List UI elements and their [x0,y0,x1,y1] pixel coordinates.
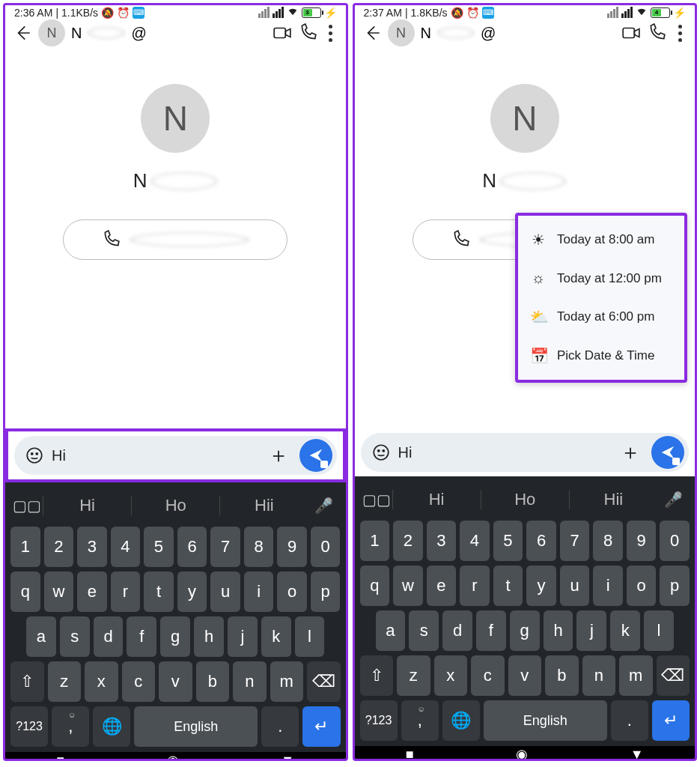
keyboard-app-switch[interactable]: ▢▢ [361,491,392,509]
key-8[interactable]: 8 [593,521,623,561]
key-v[interactable]: v [508,655,542,696]
key-u[interactable]: u [210,572,240,612]
schedule-item-noon[interactable]: ☼ Today at 12:00 pm [518,259,684,297]
key-4[interactable]: 4 [460,521,490,561]
key-f[interactable]: f [476,610,506,651]
key-4[interactable]: 4 [111,527,141,567]
key-k[interactable]: k [261,616,291,657]
key-j[interactable]: j [576,610,606,651]
key-l[interactable]: l [644,610,674,651]
key-3[interactable]: 3 [427,521,457,561]
key-7[interactable]: 7 [560,521,590,561]
contact-avatar-small[interactable]: N [388,19,415,46]
overflow-menu-button[interactable] [672,25,687,42]
key-b[interactable]: b [196,661,230,702]
key-globe[interactable]: 🌐 [93,706,130,747]
nav-recents[interactable]: ■ [56,753,64,762]
key-u[interactable]: u [560,566,590,606]
key-n[interactable]: n [233,661,267,702]
key-shift[interactable]: ⇧ [360,655,394,696]
mic-button[interactable]: 🎤 [657,491,689,509]
suggestion-1[interactable]: Hi [392,490,481,509]
key-period[interactable]: . [611,700,648,741]
key-period[interactable]: . [261,706,299,747]
contact-avatar-small[interactable]: N [38,19,65,46]
nav-back[interactable]: ▼ [630,747,644,762]
emoji-button[interactable] [25,446,44,465]
video-call-button[interactable] [273,23,292,43]
key-0[interactable]: 0 [311,527,341,567]
voice-call-button[interactable] [647,23,666,43]
key-r[interactable]: r [460,566,490,606]
key-k[interactable]: k [610,610,640,651]
key-s[interactable]: s [60,616,90,657]
key-q[interactable]: q [360,566,390,606]
attach-button[interactable]: ＋ [617,438,644,467]
suggestion-3[interactable]: Hii [219,496,308,515]
key-comma[interactable]: ☺, [401,700,439,741]
key-3[interactable]: 3 [77,527,107,567]
key-p[interactable]: p [311,572,341,612]
key-0[interactable]: 0 [660,521,690,561]
key-backspace[interactable]: ⌫ [307,661,341,702]
key-6[interactable]: 6 [526,521,556,561]
key-l[interactable]: l [295,616,325,657]
back-button[interactable] [362,23,382,43]
nav-back[interactable]: ▼ [281,753,294,762]
key-o[interactable]: o [627,566,657,606]
key-c[interactable]: c [122,661,156,702]
key-g[interactable]: g [160,616,190,657]
key-w[interactable]: w [393,566,423,606]
key-e[interactable]: e [427,566,457,606]
key-2[interactable]: 2 [44,527,74,567]
nav-home[interactable]: ◉ [516,746,528,761]
key-5[interactable]: 5 [144,527,174,567]
key-w[interactable]: w [44,572,74,612]
key-n[interactable]: n [582,655,616,696]
key-shift[interactable]: ⇧ [10,661,44,702]
key-8[interactable]: 8 [244,527,274,567]
key-t[interactable]: t [493,566,523,606]
schedule-item-pick[interactable]: 📅 Pick Date & Time [518,336,684,375]
key-p[interactable]: p [660,566,690,606]
key-backspace[interactable]: ⌫ [657,655,690,696]
key-i[interactable]: i [244,572,274,612]
key-space[interactable]: English [134,706,258,747]
key-m[interactable]: m [619,655,653,696]
suggestion-3[interactable]: Hii [569,490,657,509]
quick-call-button[interactable] [63,219,287,260]
key-symbols[interactable]: ?123 [10,706,48,747]
key-9[interactable]: 9 [277,527,307,567]
key-comma[interactable]: ☺, [52,706,89,747]
key-m[interactable]: m [270,661,304,702]
attach-button[interactable]: ＋ [265,441,292,470]
key-6[interactable]: 6 [177,527,207,567]
suggestion-1[interactable]: Hi [43,496,131,515]
key-c[interactable]: c [471,655,505,696]
key-r[interactable]: r [111,572,141,612]
key-b[interactable]: b [545,655,579,696]
key-5[interactable]: 5 [493,521,523,561]
key-a[interactable]: a [376,610,406,651]
key-d[interactable]: d [94,616,124,657]
key-s[interactable]: s [409,610,439,651]
message-input[interactable]: Hi [52,447,258,464]
key-f[interactable]: f [127,616,156,657]
back-button[interactable] [13,23,32,43]
key-y[interactable]: y [177,572,207,612]
key-7[interactable]: 7 [210,527,240,567]
key-2[interactable]: 2 [393,521,423,561]
key-symbols[interactable]: ?123 [360,700,398,741]
message-input[interactable]: Hi [398,444,610,461]
key-a[interactable]: a [26,616,56,657]
key-9[interactable]: 9 [627,521,657,561]
key-d[interactable]: d [442,610,472,651]
voice-call-button[interactable] [298,23,317,43]
nav-recents[interactable]: ■ [406,747,414,762]
key-enter[interactable]: ↵ [652,700,690,741]
key-h[interactable]: h [544,610,573,651]
key-globe[interactable]: 🌐 [442,700,480,741]
key-q[interactable]: q [10,572,40,612]
key-o[interactable]: o [277,572,307,612]
send-button[interactable] [651,436,684,469]
